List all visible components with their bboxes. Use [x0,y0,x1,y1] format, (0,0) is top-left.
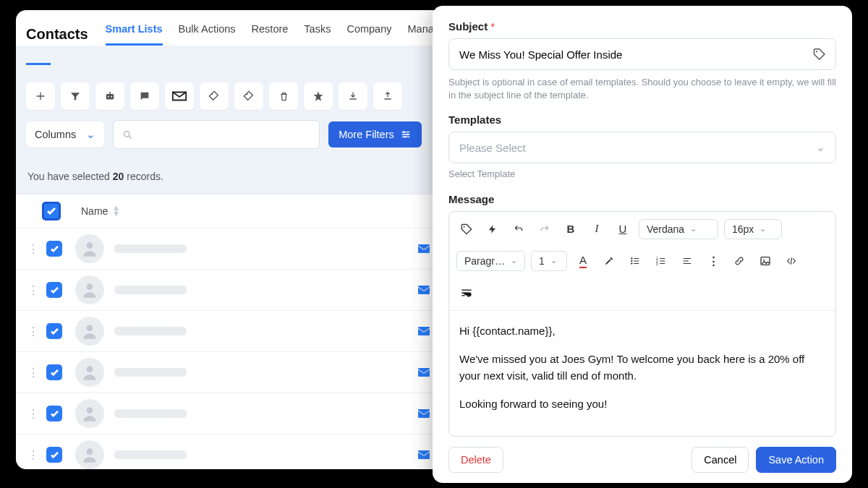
col-name-header[interactable]: Name [81,205,108,217]
tab-bulk-actions[interactable]: Bulk Actions [179,23,236,46]
link-icon[interactable] [729,251,749,271]
columns-select[interactable]: Columns ⌄ [26,121,104,147]
paragraph-style-select[interactable]: Paragr…⌄ [456,251,525,271]
heading-level-select[interactable]: 1⌄ [531,251,567,271]
bot-icon[interactable] [95,82,124,110]
svg-rect-10 [418,244,430,253]
envelope-icon [418,409,430,418]
drag-handle-icon[interactable]: ⋮ [27,242,39,256]
italic-button[interactable]: I [587,219,607,239]
subject-label: Subject [448,20,488,33]
redo-icon[interactable] [535,219,555,239]
svg-text:3: 3 [656,262,658,265]
numbered-list-icon[interactable]: 123 [651,251,671,271]
code-icon[interactable] [781,251,801,271]
svg-rect-18 [418,409,430,418]
tab-smart-lists[interactable]: Smart Lists [106,23,163,46]
name-placeholder [114,286,187,294]
bold-button[interactable]: B [561,219,581,239]
svg-point-9 [87,242,93,249]
svg-point-5 [124,131,130,137]
drag-handle-icon[interactable]: ⋮ [27,325,39,338]
search-input[interactable] [113,120,320,149]
svg-rect-0 [106,94,114,100]
bullet-list-icon[interactable] [625,251,645,271]
drag-handle-icon[interactable]: ⋮ [27,407,39,421]
envelope-icon [418,327,430,335]
message-body[interactable]: Hi {{contact.name}}, We've missed you at… [449,311,835,436]
delete-icon[interactable] [269,82,298,110]
svg-point-7 [407,134,409,136]
undo-icon[interactable] [509,219,529,239]
templates-hint: Select Template [448,168,836,181]
tag-icon[interactable] [813,48,825,61]
svg-point-22 [464,226,465,227]
svg-point-4 [211,93,213,95]
more-filters-button[interactable]: More Filters [328,121,422,147]
svg-point-30 [763,259,765,260]
envelope-icon [418,368,430,377]
highlight-icon[interactable] [599,251,619,271]
font-size-select[interactable]: 16px⌄ [724,219,782,239]
subject-input[interactable] [459,48,813,61]
chevron-down-icon: ⌄ [816,141,825,154]
avatar [75,358,104,387]
svg-point-21 [816,51,817,52]
page-title: Contacts [26,26,88,43]
svg-point-13 [87,325,93,331]
avatar [75,440,104,469]
row-checkbox[interactable] [46,282,62,298]
svg-rect-14 [418,327,430,335]
svg-rect-20 [418,450,430,459]
svg-point-11 [87,283,93,290]
align-icon[interactable] [677,251,697,271]
tag-remove-icon[interactable] [234,82,263,110]
tag-icon[interactable] [456,219,477,239]
cancel-button[interactable]: Cancel [692,447,749,473]
delete-button[interactable]: Delete [448,447,503,473]
row-checkbox[interactable] [46,364,62,380]
download-icon[interactable] [339,82,367,110]
select-all-checkbox[interactable] [42,202,61,221]
wrap-icon[interactable] [456,283,477,303]
tab-tasks[interactable]: Tasks [304,23,331,46]
avatar [75,275,104,304]
add-button[interactable] [26,82,55,110]
row-checkbox[interactable] [46,323,62,339]
drag-handle-icon[interactable]: ⋮ [27,448,39,462]
name-placeholder [114,327,187,335]
star-icon[interactable] [304,82,333,110]
underline-button[interactable]: U [613,219,633,239]
tab-company[interactable]: Company [346,23,391,46]
font-family-select[interactable]: Verdana⌄ [639,219,718,239]
svg-point-2 [111,96,112,98]
sms-icon[interactable] [130,82,159,110]
chevron-down-icon: ⌄ [690,224,697,234]
save-action-button[interactable]: Save Action [756,447,836,473]
subject-hint: Subject is optional in case of email tem… [448,76,836,102]
templates-select[interactable]: Please Select ⌄ [448,132,836,163]
active-filter-indicator [26,63,51,65]
more-icon[interactable]: ⋮ [703,251,723,271]
filter-button[interactable] [61,82,90,110]
image-icon[interactable] [755,251,775,271]
svg-point-1 [108,96,109,98]
name-placeholder [114,244,187,253]
avatar [75,399,104,428]
upload-icon[interactable] [373,82,402,110]
templates-label: Templates [448,114,836,126]
envelope-icon [418,244,430,253]
name-placeholder [114,368,187,377]
text-color-icon[interactable]: A [573,251,593,271]
email-icon[interactable] [165,82,194,110]
bolt-icon[interactable] [482,219,503,239]
row-checkbox[interactable] [46,406,62,421]
row-checkbox[interactable] [46,241,62,257]
drag-handle-icon[interactable]: ⋮ [27,366,39,380]
row-checkbox[interactable] [46,447,62,463]
drag-handle-icon[interactable]: ⋮ [27,283,39,297]
columns-label: Columns [35,129,76,140]
tab-restore[interactable]: Restore [252,23,289,46]
tag-add-icon[interactable] [200,82,229,110]
subject-input-wrapper [448,38,836,70]
